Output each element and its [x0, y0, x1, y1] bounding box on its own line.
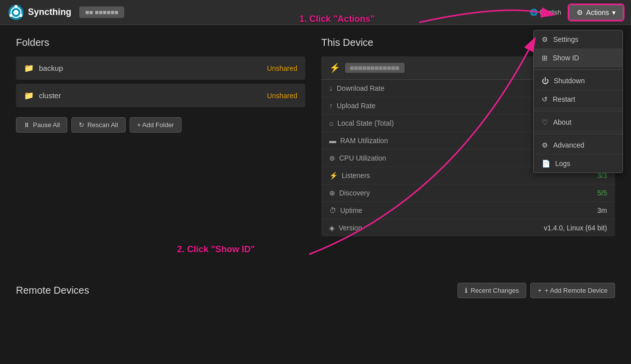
stat-discovery: ⊕ Discovery 5/5: [321, 184, 615, 202]
download-icon: ↓: [329, 84, 333, 92]
folder-icon: 📁: [24, 63, 34, 73]
dropdown-item-advanced[interactable]: ⚙ Advanced: [534, 136, 623, 155]
brand-logo: [8, 4, 24, 20]
dropdown-item-show-id[interactable]: ⊞ Show ID: [534, 49, 623, 67]
advanced-icon: ⚙: [542, 141, 548, 149]
stat-uptime: ⏱ Uptime 3m: [321, 202, 615, 219]
dropdown-divider-2: [534, 111, 623, 111]
navbar-right: 🌐 English ⚙ Actions ▾ ⚙ Settings ⊞ Show …: [530, 5, 623, 20]
dropdown-item-settings[interactable]: ⚙ Settings: [534, 30, 623, 49]
version-icon: ◈: [329, 224, 335, 232]
dropdown-divider-3: [534, 134, 623, 134]
remote-devices-title: Remote Devices: [16, 285, 89, 296]
restart-icon: ↺: [542, 95, 548, 103]
device-id: ■■■■■■■■■■■■: [345, 63, 405, 73]
logs-icon: 📄: [542, 160, 550, 168]
upload-icon: ↑: [329, 102, 333, 110]
navbar: Syncthing ■■ ■■■■■■ 🌐 English ⚙ Actions …: [0, 0, 631, 25]
settings-icon: ⚙: [542, 35, 548, 43]
folder-status-backup: Unshared: [267, 64, 297, 72]
pause-icon: ⏸: [23, 121, 30, 129]
uptime-value: 3m: [598, 206, 607, 214]
folder-item-backup[interactable]: 📁 backup Unshared: [16, 56, 305, 80]
cpu-icon: ⊛: [329, 154, 335, 162]
folder-name-backup: backup: [39, 64, 63, 72]
dropdown-item-restart[interactable]: ↺ Restart: [534, 90, 623, 109]
recent-changes-button[interactable]: ℹ Recent Changes: [457, 283, 526, 298]
dropdown-item-logs[interactable]: 📄 Logs: [534, 155, 623, 173]
folder-status-cluster: Unshared: [267, 92, 297, 100]
language-button[interactable]: 🌐 English: [530, 8, 561, 16]
rescan-icon: ↻: [79, 121, 84, 129]
discovery-value: 5/5: [598, 189, 607, 197]
folder-name-cluster: cluster: [39, 91, 61, 100]
dropdown-item-shutdown[interactable]: ⏻ Shutdown: [534, 72, 623, 90]
local-state-icon: ⌂: [329, 119, 333, 127]
add-folder-button[interactable]: + Add Folder: [130, 117, 182, 133]
gear-icon: ⚙: [577, 8, 583, 16]
folders-panel: Folders 📁 backup Unshared 📁 cluster Unsh…: [16, 37, 305, 236]
discovery-icon: ⊕: [329, 189, 335, 197]
remote-devices-buttons: ℹ Recent Changes + + Add Remote Device: [457, 283, 615, 298]
brand-name: Syncthing: [28, 7, 71, 17]
stat-version: ◈ Version v1.4.0, Linux (64 bit): [321, 219, 615, 236]
remote-devices-header: Remote Devices ℹ Recent Changes + + Add …: [16, 283, 615, 298]
svg-point-2: [13, 10, 18, 15]
pause-all-button[interactable]: ⏸ Pause All: [16, 117, 67, 133]
svg-point-3: [14, 5, 17, 8]
folder-actions: ⏸ Pause All ↻ Rescan All + Add Folder: [16, 117, 305, 133]
power-icon: ⏻: [542, 77, 549, 85]
qr-icon: ⊞: [542, 54, 548, 62]
folders-title: Folders: [16, 37, 305, 48]
folder-item-cluster[interactable]: 📁 cluster Unshared: [16, 84, 305, 107]
ram-icon: ▬: [329, 137, 336, 145]
remote-devices-section: Remote Devices ℹ Recent Changes + + Add …: [16, 283, 615, 304]
svg-point-4: [19, 14, 22, 17]
actions-dropdown-menu: ⚙ Settings ⊞ Show ID ⏻ Shutdown ↺ Restar…: [533, 30, 623, 173]
add-remote-icon: +: [538, 287, 542, 294]
svg-point-5: [9, 14, 12, 17]
brand: Syncthing: [8, 4, 71, 20]
dropdown-divider-1: [534, 69, 623, 70]
rescan-all-button[interactable]: ↻ Rescan All: [71, 117, 125, 133]
navbar-status: ■■ ■■■■■■: [79, 6, 124, 18]
actions-button[interactable]: ⚙ Actions ▾: [569, 5, 623, 20]
listeners-icon: ⚡: [329, 172, 338, 180]
heart-icon: ♡: [542, 118, 548, 126]
dropdown-item-about[interactable]: ♡ About: [534, 113, 623, 132]
globe-icon: 🌐: [530, 8, 538, 16]
uptime-icon: ⏱: [329, 206, 336, 214]
device-network-icon: ⚡: [329, 62, 340, 73]
caret-icon: ▾: [612, 8, 616, 16]
add-remote-device-button[interactable]: + + Add Remote Device: [530, 283, 615, 298]
folder-icon-2: 📁: [24, 91, 34, 100]
version-value: v1.4.0, Linux (64 bit): [544, 224, 607, 232]
recent-changes-icon: ℹ: [465, 287, 467, 294]
